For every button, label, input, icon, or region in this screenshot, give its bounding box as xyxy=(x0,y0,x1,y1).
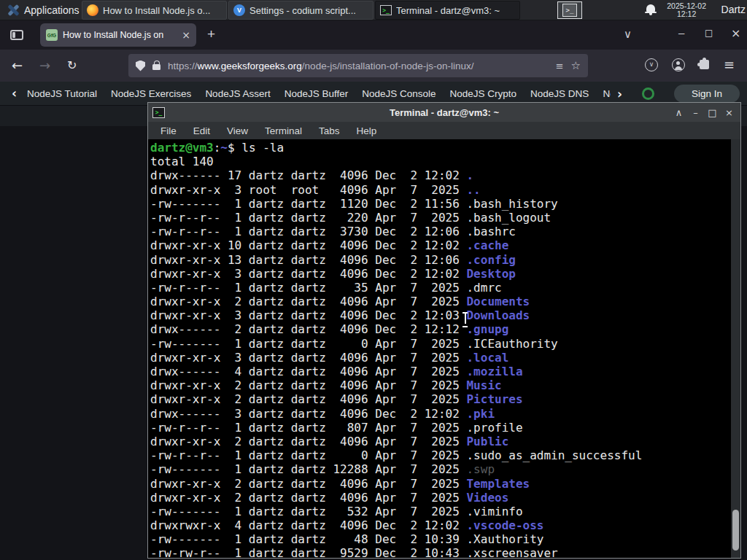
nav-link[interactable]: NodeJS Exercises xyxy=(111,88,191,99)
xfce-top-panel: Applications ≡ How to Install Node.js o.… xyxy=(0,0,747,20)
terminal-line: -rw-rw-r-- 1 dartz dartz 9529 Dec 2 10:4… xyxy=(150,546,642,558)
nav-next-chevron-icon[interactable]: › xyxy=(617,87,622,101)
terminal-line: drwxrwxr-x 4 dartz dartz 4096 Dec 2 12:0… xyxy=(150,518,642,532)
browser-tab-active[interactable]: GfG How to Install Node.js on × xyxy=(40,23,196,47)
terminal-line: drwxr-xr-x 2 dartz dartz 4096 Apr 7 2025… xyxy=(150,378,642,392)
back-icon[interactable]: ← xyxy=(12,58,23,73)
terminal-line: drwx------ 17 dartz dartz 4096 Dec 2 12:… xyxy=(150,168,642,182)
nav-link[interactable]: NodeJS Console xyxy=(362,88,436,99)
terminal-titlebar[interactable]: >_ Terminal - dartz@vm3: ~ ∧ – □ × xyxy=(148,103,740,122)
terminal-line: -rw------- 1 dartz dartz 12288 Apr 7 202… xyxy=(150,462,642,476)
url-domain: www.geeksforgeeks.org xyxy=(198,61,302,71)
terminal-line: drwxr-xr-x 3 root root 4096 Apr 7 2025 .… xyxy=(150,183,642,197)
terminal-line: drwxr-xr-x 2 dartz dartz 4096 Apr 7 2025… xyxy=(150,295,642,308)
firefox-toolbar: ← → ↻ https://www.geeksforgeeks.org/node… xyxy=(0,50,747,82)
terminal-line: drwxr-xr-x 2 dartz dartz 4096 Apr 7 2025… xyxy=(150,435,642,448)
taskbar-button-label: How to Install Node.js o... xyxy=(103,5,210,16)
nav-link[interactable]: NodeJS Assert xyxy=(205,88,270,99)
forward-icon[interactable]: → xyxy=(39,58,50,73)
nav-link[interactable]: NodeJS DNS xyxy=(530,88,589,99)
bell-clapper xyxy=(649,13,652,15)
reload-icon[interactable]: ↻ xyxy=(67,58,77,72)
url-bar[interactable]: https://www.geeksforgeeks.org/node-js/in… xyxy=(128,54,588,77)
account-icon[interactable] xyxy=(672,58,685,71)
terminal-line: -rw-r--r-- 1 dartz dartz 0 Apr 7 2025 .s… xyxy=(150,448,642,462)
browser-close-button[interactable]: × xyxy=(731,26,740,40)
gfg-favicon-icon: GfG xyxy=(46,29,58,41)
extensions-icon[interactable] xyxy=(700,60,709,69)
taskbar-button-label: Terminal - dartz@vm3: ~ xyxy=(396,5,500,16)
applications-menu-button[interactable]: Applications ≡ xyxy=(3,0,94,20)
terminal-glyph-icon: >_ xyxy=(562,4,577,17)
url-path: /node-js/installation-of-node-js-on-linu… xyxy=(302,61,474,71)
terminal-scrollbar-thumb[interactable] xyxy=(732,510,739,551)
terminal-line: drwx------ 4 dartz dartz 4096 Apr 7 2025… xyxy=(150,365,642,378)
terminal-line: total 140 xyxy=(150,155,642,168)
panel-clock[interactable]: 2025-12-02 12:12 xyxy=(667,2,706,18)
terminal-maximize-button[interactable]: □ xyxy=(704,107,721,118)
tab-close-icon[interactable]: × xyxy=(182,29,190,41)
sign-in-button[interactable]: Sign In xyxy=(674,85,740,103)
terminal-content[interactable]: dartz@vm3:~$ ls -latotal 140drwx------ 1… xyxy=(148,139,740,558)
nav-link[interactable]: Node xyxy=(603,88,611,99)
applications-label: Applications xyxy=(24,4,80,16)
terminal-window: >_ Terminal - dartz@vm3: ~ ∧ – □ × FileE… xyxy=(147,102,741,559)
terminal-menu-terminal[interactable]: Terminal xyxy=(265,125,302,136)
nav-link[interactable]: NodeJS Tutorial xyxy=(27,88,97,99)
terminal-icon: >_ xyxy=(380,5,392,15)
firefox-view-icon[interactable] xyxy=(10,30,23,40)
tracking-shield-icon[interactable] xyxy=(136,61,145,71)
search-icon[interactable] xyxy=(642,88,654,100)
terminal-menu-view[interactable]: View xyxy=(227,125,248,136)
taskbar-button-label: Settings - codium script... xyxy=(249,5,356,16)
terminal-line: -rw------- 1 dartz dartz 48 Dec 2 10:39 … xyxy=(150,532,642,546)
terminal-shade-button[interactable]: ∧ xyxy=(670,107,687,118)
bookmark-star-icon[interactable]: ☆ xyxy=(571,59,581,72)
terminal-menu-help[interactable]: Help xyxy=(357,125,377,136)
browser-minimize-button[interactable]: – xyxy=(678,26,684,39)
tray-terminal-icon[interactable]: >_ xyxy=(557,1,582,19)
taskbar-button-terminal[interactable]: >_Terminal - dartz@vm3: ~ xyxy=(375,1,520,20)
terminal-line: dartz@vm3:~$ ls -la xyxy=(150,141,642,155)
browser-maximize-button[interactable]: □ xyxy=(705,28,713,38)
terminal-scrollbar-track[interactable] xyxy=(731,139,740,558)
taskbar-button-firefox[interactable]: How to Install Node.js o... xyxy=(82,1,227,20)
firefox-icon xyxy=(87,4,98,16)
terminal-title: Terminal - dartz@vm3: ~ xyxy=(148,107,740,118)
terminal-menubar: FileEditViewTerminalTabsHelp xyxy=(148,122,740,139)
terminal-menu-edit[interactable]: Edit xyxy=(193,125,210,136)
terminal-menu-tabs[interactable]: Tabs xyxy=(319,125,340,136)
nav-prev-chevron-icon[interactable]: ‹ xyxy=(12,86,17,101)
firefox-tab-bar: GfG How to Install Node.js on × + ∨ – □ … xyxy=(0,20,747,50)
hamburger-menu-icon[interactable]: ≡ xyxy=(724,57,735,72)
terminal-close-button[interactable]: × xyxy=(721,107,738,118)
reader-mode-icon[interactable]: ≡ xyxy=(556,61,564,71)
terminal-line: drwxr-xr-x 3 dartz dartz 4096 Apr 7 2025… xyxy=(150,351,642,365)
url-protocol: https:// xyxy=(168,61,198,71)
terminal-menu-file[interactable]: File xyxy=(160,125,177,136)
pocket-icon[interactable]: ∨ xyxy=(645,58,658,71)
nav-link[interactable]: NodeJS Crypto xyxy=(450,88,517,99)
terminal-line: -rw-r--r-- 1 dartz dartz 3730 Dec 2 12:0… xyxy=(150,225,642,238)
list-all-tabs-icon[interactable]: ∨ xyxy=(624,28,632,41)
terminal-line: -rw-r--r-- 1 dartz dartz 807 Apr 7 2025 … xyxy=(150,421,642,435)
new-tab-button[interactable]: + xyxy=(207,26,215,42)
terminal-window-controls: ∧ – □ × xyxy=(670,103,738,122)
terminal-line: -rw------- 1 dartz dartz 532 Apr 7 2025 … xyxy=(150,505,642,518)
terminal-line: -rw-r--r-- 1 dartz dartz 35 Apr 7 2025 .… xyxy=(150,281,642,295)
terminal-line: drwxr-xr-x 13 dartz dartz 4096 Dec 2 12:… xyxy=(150,253,642,267)
notification-bell-icon[interactable] xyxy=(645,4,657,17)
lock-icon[interactable] xyxy=(152,64,160,70)
clock-time: 12:12 xyxy=(667,10,706,18)
ibeam-mouse-cursor xyxy=(462,312,468,325)
bell-dome xyxy=(646,4,655,12)
terminal-minimize-button[interactable]: – xyxy=(687,107,704,118)
terminal-line: drwxr-xr-x 3 dartz dartz 4096 Dec 2 12:0… xyxy=(150,308,642,322)
site-nav-links: NodeJS TutorialNodeJS ExercisesNodeJS As… xyxy=(27,88,611,99)
terminal-line: drwx------ 2 dartz dartz 4096 Dec 2 12:1… xyxy=(150,322,642,336)
terminal-line: drwxr-xr-x 2 dartz dartz 4096 Apr 7 2025… xyxy=(150,392,642,406)
terminal-line: -rw------- 1 dartz dartz 0 Apr 7 2025 .I… xyxy=(150,337,642,351)
taskbar-button-codium[interactable]: VSettings - codium script... xyxy=(228,1,374,20)
terminal-line: drwxr-xr-x 2 dartz dartz 4096 Apr 7 2025… xyxy=(150,477,642,491)
nav-link[interactable]: NodeJS Buffer xyxy=(285,88,349,99)
